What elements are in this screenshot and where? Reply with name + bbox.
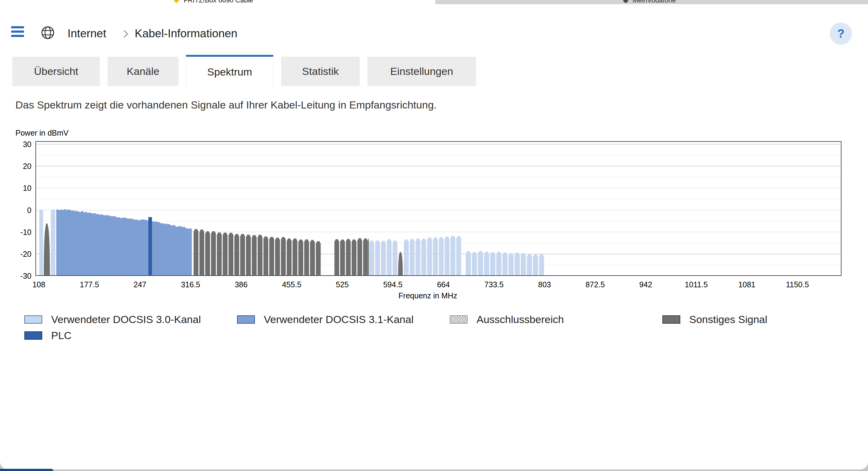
x-tick-label: 1150.5 bbox=[786, 280, 809, 289]
chevron-right-icon bbox=[123, 29, 129, 40]
breadcrumb-current-page: Kabel-Informationen bbox=[135, 27, 237, 40]
x-tick-label: 455.5 bbox=[282, 280, 302, 289]
spectrum-chart bbox=[35, 141, 841, 276]
legend-swatch-exclusion bbox=[450, 315, 468, 324]
x-tick-label: 872.5 bbox=[585, 280, 605, 289]
page-card: Internet Kabel-Informationen ? Übersicht… bbox=[0, 4, 868, 469]
chart-y-axis-title: Power in dBmV bbox=[16, 129, 68, 137]
browser-tab-active[interactable]: FRITZ!Box 6690 Cable bbox=[0, 0, 435, 4]
legend-swatch-docsis30 bbox=[24, 315, 42, 324]
y-tick-label: -20 bbox=[9, 249, 31, 259]
tab-uebersicht[interactable]: Übersicht bbox=[12, 57, 100, 86]
tab-kanaele[interactable]: Kanäle bbox=[107, 57, 179, 86]
legend-label: Ausschlussbereich bbox=[476, 313, 564, 325]
legend-label: Verwendeter DOCSIS 3.0-Kanal bbox=[51, 313, 201, 325]
legend-item-plc: PLC bbox=[24, 328, 237, 342]
x-tick-label: 664 bbox=[437, 280, 450, 289]
x-tick-label: 108 bbox=[32, 280, 45, 289]
x-tick-label: 247 bbox=[133, 280, 147, 289]
legend-item-docsis30: Verwendeter DOCSIS 3.0-Kanal bbox=[24, 312, 237, 326]
y-tick-label: 20 bbox=[9, 161, 31, 171]
y-tick-label: 30 bbox=[9, 139, 31, 149]
tab-spektrum[interactable]: Spektrum bbox=[186, 55, 273, 87]
chart-x-axis-title: Frequenz in MHz bbox=[399, 291, 457, 300]
spectrum-description: Das Spektrum zeigt die vorhandenen Signa… bbox=[16, 99, 437, 111]
y-tick-label: 0 bbox=[9, 206, 31, 215]
legend-item-other-signal: Sonstiges Signal bbox=[662, 312, 868, 326]
x-tick-label: 316.5 bbox=[181, 280, 200, 289]
tab-einstellungen[interactable]: Einstellungen bbox=[367, 57, 476, 86]
legend-label: PLC bbox=[51, 329, 71, 342]
menu-icon[interactable] bbox=[11, 26, 24, 37]
tab-statistik[interactable]: Statistik bbox=[281, 57, 360, 86]
x-tick-label: 386 bbox=[235, 280, 248, 289]
legend-label: Verwendeter DOCSIS 3.1-Kanal bbox=[264, 313, 414, 325]
legend-swatch-other-signal bbox=[662, 315, 680, 324]
browser-tab-inactive-label: MeinVodafone bbox=[632, 0, 676, 4]
spectrum-plot bbox=[35, 141, 841, 276]
x-tick-label: 177.5 bbox=[80, 280, 99, 289]
x-tick-label: 733.5 bbox=[484, 280, 504, 289]
browser-chrome-strip: FRITZ!Box 6690 Cable MeinVodafone bbox=[0, 0, 868, 4]
x-tick-label: 1081 bbox=[738, 280, 755, 289]
legend-swatch-plc bbox=[24, 332, 42, 340]
legend-item-docsis31: Verwendeter DOCSIS 3.1-Kanal bbox=[237, 312, 450, 326]
fritzbox-favicon-icon bbox=[174, 0, 179, 3]
breadcrumb-internet[interactable]: Internet bbox=[67, 27, 106, 40]
x-tick-label: 942 bbox=[639, 280, 652, 289]
x-tick-label: 803 bbox=[538, 280, 551, 289]
y-tick-label: -30 bbox=[9, 271, 31, 281]
y-tick-label: -10 bbox=[9, 227, 31, 237]
internet-globe-icon bbox=[41, 26, 55, 40]
x-tick-label: 1011.5 bbox=[685, 280, 708, 289]
legend-item-exclusion: Ausschlussbereich bbox=[450, 312, 662, 326]
x-tick-label: 525 bbox=[336, 280, 349, 289]
browser-tab-active-label: FRITZ!Box 6690 Cable bbox=[184, 0, 253, 4]
legend-swatch-docsis31 bbox=[237, 315, 255, 324]
x-tick-label: 594.5 bbox=[383, 280, 403, 289]
chart-legend: Verwendeter DOCSIS 3.0-Kanal Verwendeter… bbox=[24, 312, 868, 342]
legend-label: Sonstiges Signal bbox=[689, 313, 767, 325]
help-button[interactable]: ? bbox=[830, 23, 852, 45]
y-tick-label: 10 bbox=[9, 183, 31, 193]
statusbar-fragment bbox=[0, 469, 53, 471]
